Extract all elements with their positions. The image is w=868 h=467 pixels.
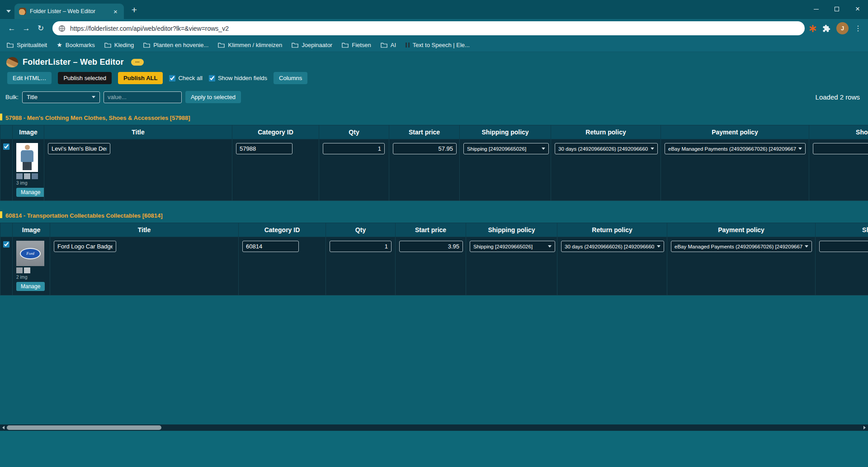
bookmark-item[interactable]: AI (381, 42, 396, 48)
forward-button[interactable]: → (19, 21, 33, 36)
bulk-field-select[interactable]: Title (22, 91, 100, 103)
chevron-down-icon (657, 245, 660, 248)
category-id-cell (239, 237, 326, 295)
return-policy-select[interactable]: 30 days (249209666026) [249209666026] (561, 241, 664, 252)
table-row: Ford 2 img Manage (0, 237, 868, 295)
extensions-puzzle-icon[interactable] (822, 24, 830, 33)
bookmark-item[interactable]: Kleding (104, 42, 134, 48)
title-input[interactable] (54, 241, 116, 252)
publish-selected-button[interactable]: Publish selected (58, 72, 112, 84)
image-thumbnails[interactable] (16, 173, 38, 179)
tab-search-chevron-icon[interactable] (3, 4, 14, 19)
check-all-checkbox[interactable] (169, 75, 175, 81)
reload-button[interactable]: ↻ (33, 21, 48, 36)
start-price-cell (389, 139, 460, 201)
arrow-left-icon (2, 426, 5, 429)
shipping-policy-select[interactable]: Shipping [249209665026] (470, 241, 555, 252)
tab-title: Folder Lister – Web Editor (30, 8, 108, 14)
extension-asterisk-icon[interactable] (809, 25, 816, 32)
show-hidden-control: Show hidden fields (209, 75, 267, 81)
bookmark-item[interactable]: Klimmen / klimreizen (218, 42, 282, 48)
app-logo-icon (6, 57, 18, 67)
manage-images-button[interactable]: Manage (16, 188, 44, 197)
return-policy-select[interactable]: 30 days (249209666026) [249209666026] (555, 143, 658, 154)
shop-id-input[interactable] (819, 241, 868, 252)
url-text: https://folderlister.com/api/web/editor?… (70, 25, 229, 32)
apply-to-selected-button[interactable]: Apply to selected (185, 91, 241, 103)
column-header: Shop ID (809, 125, 868, 139)
close-button[interactable]: × (847, 0, 868, 18)
return-policy-value: 30 days (249209666026) [249209666026] (565, 244, 655, 249)
qty-cell (319, 139, 389, 201)
new-tab-button[interactable]: + (128, 4, 140, 16)
bookmark-item[interactable]: Spiritualiteit (7, 42, 47, 48)
bookmark-item[interactable]: ★ Bookmarks (57, 42, 95, 48)
bookmark-label: Klimmen / klimreizen (228, 42, 282, 48)
shipping-policy-cell: Shipping [249209665026] (466, 237, 557, 295)
scrollbar-thumb[interactable] (7, 425, 161, 430)
listing-table: Image Title Category ID Qty Start price … (0, 125, 868, 201)
folder-icon (104, 42, 111, 48)
row-select-checkbox[interactable] (3, 143, 9, 150)
qty-input[interactable] (330, 241, 392, 252)
profile-avatar[interactable]: J (836, 22, 849, 34)
title-input[interactable] (48, 143, 110, 154)
show-hidden-checkbox[interactable] (209, 75, 215, 81)
publish-all-button[interactable]: Publish ALL (118, 72, 163, 84)
select-cell (0, 237, 13, 295)
tab-close-icon[interactable]: × (112, 8, 119, 15)
column-header: Payment policy (667, 223, 816, 237)
qty-input[interactable] (323, 143, 385, 154)
image-count: 2 img (16, 275, 27, 280)
payment-policy-select[interactable]: eBay Managed Payments (249209667026) [24… (671, 241, 812, 252)
category-id-cell (232, 139, 319, 201)
start-price-input[interactable] (399, 241, 463, 252)
start-price-input[interactable] (393, 143, 457, 154)
window-controls: × (806, 0, 868, 18)
maximize-button[interactable] (826, 0, 847, 18)
horizontal-scrollbar[interactable] (0, 424, 868, 431)
shipping-policy-select[interactable]: Shipping [249209665026] (463, 143, 549, 154)
maximize-icon (835, 7, 839, 11)
payment-policy-select[interactable]: eBay Managed Payments (249209667026) [24… (665, 143, 806, 154)
folder-icon (342, 42, 349, 48)
category-id-input[interactable] (242, 241, 299, 252)
browser-menu-icon[interactable]: ⋮ (854, 24, 862, 33)
row-select-checkbox[interactable] (3, 241, 9, 248)
qty-cell (326, 237, 396, 295)
bookmark-label: Spiritualiteit (17, 42, 47, 48)
bookmark-item[interactable]: Planten en hovenie... (143, 42, 208, 48)
bookmark-label: Planten en hovenie... (153, 42, 208, 48)
bulk-value-input[interactable] (104, 91, 182, 103)
image-thumbnails[interactable] (16, 267, 30, 273)
section-header: 57988 - Men's Clothing Men Clothes, Shoe… (0, 113, 868, 125)
scroll-left-arrow[interactable] (0, 424, 7, 431)
toolbar-right-icons: J ⋮ (809, 22, 863, 34)
columns-button[interactable]: Columns (274, 72, 307, 84)
address-bar[interactable]: https://folderlister.com/api/web/editor?… (52, 21, 805, 35)
column-header: Start price (389, 125, 460, 139)
back-button[interactable]: ← (5, 21, 19, 36)
bookmark-item[interactable]: Joepinaator (292, 42, 332, 48)
arrow-right-icon (863, 426, 866, 429)
select-column-header (0, 223, 13, 237)
category-id-input[interactable] (236, 143, 292, 154)
category-section: 60814 - Transportation Collectables Coll… (0, 211, 868, 295)
product-photo[interactable]: Ford (16, 241, 44, 266)
bookmark-item[interactable]: Fietsen (342, 42, 371, 48)
edit-html-button[interactable]: Edit HTML… (7, 72, 52, 84)
browser-tab[interactable]: Folder Lister – Web Editor × (14, 4, 124, 19)
product-photo[interactable] (16, 143, 38, 172)
manage-images-button[interactable]: Manage (16, 282, 45, 291)
header-menu-pill-button[interactable]: ... (131, 59, 144, 66)
bulk-field-value: Title (27, 94, 38, 100)
globe-icon (58, 25, 66, 32)
show-hidden-label: Show hidden fields (218, 75, 267, 81)
minimize-button[interactable] (806, 0, 826, 18)
shop-id-input[interactable] (813, 143, 868, 154)
scroll-right-arrow[interactable] (861, 424, 868, 431)
select-column-header (0, 125, 13, 139)
column-header: Title (44, 125, 232, 139)
bookmark-item[interactable]: Text to Speech | Ele... (406, 42, 470, 48)
bookmark-label: AI (391, 42, 396, 48)
